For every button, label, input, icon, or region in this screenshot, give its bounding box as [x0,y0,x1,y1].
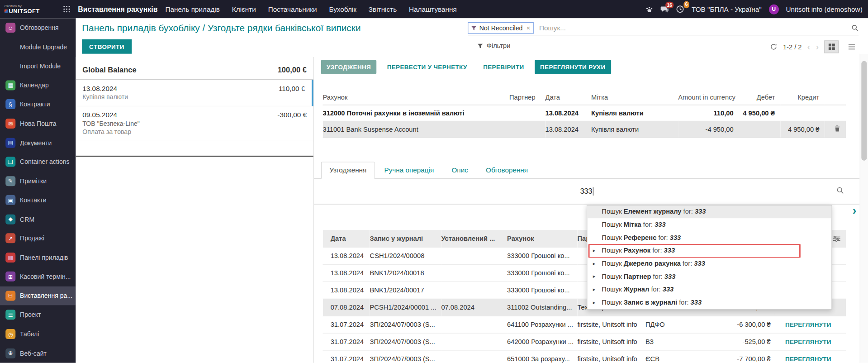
column-options-icon[interactable] [833,235,840,242]
logo-main-text: UNITSOFT [5,8,40,14]
user-avatar[interactable]: U [769,4,779,14]
suggestion-journal-item[interactable]: Пошук Елемент журналу for: 333 [588,205,832,219]
reconcile-actions: УЗГОДЖЕННЯ ПЕРЕВЕСТИ У ЧЕРНЕТКУ ПЕРЕВІРИ… [321,60,611,74]
menu-accounting[interactable]: Бухоблік [329,5,356,13]
suggestion-source-account[interactable]: ▸Пошук Джерело рахунка for: 333 [588,258,832,271]
sidebar-item-calendar[interactable]: ▦Календар [0,76,76,95]
sidebar-item-notes[interactable]: ✎Примітки [0,172,76,191]
pager: 1-2 / 2 ‹ › [770,40,859,53]
line-partner: ТОВ "Безпека-Line" [82,119,307,128]
tab-manual-operation[interactable]: Ручна операція [376,162,442,178]
global-balance-row: Global Balance 100,00 € [76,61,313,80]
sidebar-item-new-mail[interactable]: ✉Нова Пошта [0,114,76,133]
create-button[interactable]: СТВОРИТИ [82,39,132,54]
sidebar-item-contracts[interactable]: §Контракти [0,95,76,114]
menu-settings[interactable]: Налаштування [409,5,457,13]
match-search-input[interactable]: 333 [314,178,860,205]
suggestion-account[interactable]: ▸Пошук Рахунок for: 333 [588,244,832,258]
menu-reporting[interactable]: Звітність [369,5,397,13]
line-amount: 110,00 € [279,84,305,93]
timesheets-app-icon: ◷ [5,329,15,339]
module-upgrade-icon [5,42,15,52]
search-input[interactable]: Пошук... [539,24,851,32]
scrollbar-thumb[interactable] [861,61,867,161]
match-pager-next-icon[interactable]: › [853,205,857,216]
search-bar[interactable]: Not Reconciled × Пошук... [468,21,859,36]
sidebar-item-pos[interactable]: ⊞Касовий термін... [0,267,76,286]
search-icon[interactable] [851,24,859,32]
sidebar-item-invoicing[interactable]: ⊟Виставлення ра... [0,286,76,305]
trash-icon[interactable] [834,125,840,132]
unitsoft-logo[interactable]: Custom by UNITSOFT [5,5,40,14]
messages-icon[interactable]: 16 [660,5,669,13]
sidebar-item-container-actions[interactable]: ❏Container actions [0,152,76,171]
main-content: Панель приладів бухобліку / Узгодьте ряд… [76,18,868,363]
sidebar-item-project[interactable]: ☰Проект [0,306,76,325]
view-move-link[interactable]: ПЕРЕГЛЯНУТИ [785,321,831,328]
company-switcher[interactable]: ТОВ "БПЛА - Україна" [692,5,762,13]
menu-customers[interactable]: Клієнти [232,5,256,13]
filters-button[interactable]: Фільтри [477,42,510,50]
apps-menu-icon[interactable] [63,5,70,13]
statement-line-selected[interactable]: 13.08.2024 110,00 € Купівля валюти [76,80,313,106]
suggestion-reference[interactable]: Пошук Референс for: 333 [588,231,832,244]
breadcrumb[interactable]: Панель приладів бухобліку / Узгодьте ряд… [82,23,360,33]
tab-description[interactable]: Опис [443,162,476,178]
funnel-icon [471,25,476,31]
search-suggestions-dropdown: Пошук Елемент журналу for: 333 Пошук Міт… [587,205,832,310]
entry-row-bank-line[interactable]: 312000 Поточні рахунки в іноземній валют… [323,105,846,121]
match-row[interactable]: 31.07.2024ЗП/2024/07/0003 (S...641100 Ро… [323,316,846,333]
topbar-right: 16 6 ТОВ "БПЛА - Україна" U Unitsoft inf… [645,4,862,14]
activities-clock-icon[interactable]: 6 [676,5,684,13]
tab-reconciliation[interactable]: Узгодження [321,162,375,179]
statement-line[interactable]: 09.05.2024 -300,00 € ТОВ "Безпека-Line" … [76,106,313,141]
sidebar-item-dashboards[interactable]: ▥Панелі приладів [0,248,76,267]
sidebar-item-documents[interactable]: ▤Документи [0,133,76,152]
documents-app-icon: ▤ [5,138,15,148]
view-moves-button[interactable]: ПЕРЕГЛЯНУТИ РУХИ [535,60,611,74]
entry-row-suspense[interactable]: 311001 Bank Suspense Account 13.08.2024 … [323,121,846,138]
pager-range: 1-2 / 2 [783,43,802,51]
sidebar-item-timesheets[interactable]: ◷Табелі [0,325,76,344]
validate-button[interactable]: ПЕРЕВІРИТИ [478,60,530,74]
match-row[interactable]: 31.07.2024ЗП/2024/07/0003 (S...651000 За… [323,350,846,363]
filter-facet-not-reconciled[interactable]: Not Reconciled × [468,22,534,34]
suggestion-partner[interactable]: ▸Пошук Партнер for: 333 [588,270,832,283]
sidebar-item-website[interactable]: ⊕Веб-сайт [0,344,76,363]
vertical-scrollbar [860,54,868,363]
to-draft-button[interactable]: ПЕРЕВЕСТИ У ЧЕРНЕТКУ [381,60,473,74]
view-move-link[interactable]: ПЕРЕГЛЯНУТИ [785,356,831,363]
line-label: Оплата за товар [82,128,307,136]
paw-icon[interactable] [645,5,653,13]
view-move-link[interactable]: ПЕРЕГЛЯНУТИ [785,339,831,345]
facet-remove-icon[interactable]: × [526,24,531,32]
current-app-name[interactable]: Виставлення рахунків [78,5,157,13]
suggestion-journal-entry[interactable]: ▸Пошук Запис в журналі for: 333 [588,296,832,309]
sidebar-item-crm[interactable]: ◆CRM [0,210,76,229]
user-menu[interactable]: Unitsoft info (demoshow) [786,5,863,13]
pager-next-icon[interactable]: › [816,43,819,52]
sidebar-item-sales[interactable]: ↗Продажі [0,229,76,248]
list-view-button[interactable] [844,40,859,53]
sidebar-item-contacts[interactable]: ▣Контакти [0,191,76,210]
match-row[interactable]: 31.07.2024ЗП/2024/07/0003 (S...642000 Ро… [323,333,846,350]
notes-app-icon: ✎ [5,176,15,186]
container-actions-icon: ❏ [5,157,15,167]
menu-dashboard[interactable]: Панель приладів [166,5,220,13]
tab-discussion[interactable]: Обговорення [478,162,536,178]
menu-vendors[interactable]: Постачальники [268,5,317,13]
sidebar-item-import-module[interactable]: Import Module [0,57,76,76]
grid-dots-icon [63,5,70,13]
expand-caret-icon: ▸ [593,258,596,271]
sidebar-item-discuss[interactable]: ☺Обговорення [0,18,76,37]
pager-prev-icon[interactable]: ‹ [807,43,811,52]
global-balance-amount: 100,00 € [278,66,307,74]
match-search-icon[interactable] [836,186,844,194]
suggestion-journal[interactable]: ▸Пошук Журнал for: 333 [588,283,832,296]
reconcile-button[interactable]: УЗГОДЖЕННЯ [321,60,377,74]
contracts-app-icon: § [5,100,15,110]
suggestion-label[interactable]: Пошук Мітка for: 333 [588,219,832,232]
kanban-view-button[interactable] [824,40,839,53]
sidebar-item-module-upgrade[interactable]: Module Upgrade [0,38,76,57]
refresh-icon[interactable] [770,43,778,50]
